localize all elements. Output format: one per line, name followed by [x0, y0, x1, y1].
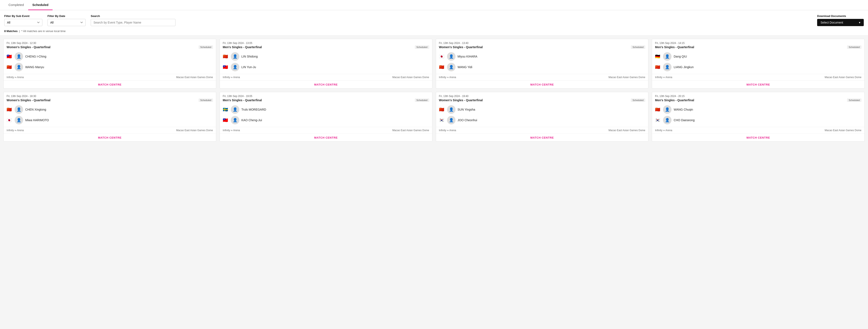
match-centre-button[interactable]: MATCH CENTRE: [98, 136, 121, 139]
venue-name: Infinity ∞ Arena: [439, 129, 456, 132]
match-centre-button[interactable]: MATCH CENTRE: [530, 136, 554, 139]
card-header: Fri, 13th Sep 2024 - 19:05 Men's Singles…: [220, 92, 432, 103]
card-event: Men's Singles - Quarterfinal: [655, 46, 694, 49]
match-centre-button[interactable]: MATCH CENTRE: [530, 83, 554, 86]
player-row: 🇸🇪 👤 Truls MOREGARD: [223, 105, 429, 114]
card-datetime: Fri, 13th Sep 2024 - 20:15: [655, 95, 861, 98]
match-card: Fri, 13th Sep 2024 - 19:05 Men's Singles…: [220, 92, 432, 142]
match-centre-button[interactable]: MATCH CENTRE: [314, 83, 338, 86]
card-title-row: Women's Singles - Quarterfinal Scheduled: [439, 46, 645, 49]
player-name: Miyuu KIHARA: [458, 55, 477, 58]
card-players: 🇨🇳 👤 CHEN Xingtong 🇯🇵 👤 Miwa HARIMOTO: [4, 103, 216, 127]
sub-event-select[interactable]: All: [4, 19, 42, 26]
filters-bar: Filter By Sub Event All Filter By Date A…: [0, 10, 868, 28]
card-title-row: Men's Singles - Quarterfinal Scheduled: [655, 46, 861, 49]
player-flag: 🇯🇵: [439, 54, 445, 59]
card-status: Scheduled: [631, 99, 645, 102]
search-label: Search: [91, 15, 176, 18]
player-avatar: 👤: [231, 116, 239, 125]
date-label: Filter By Date: [48, 15, 86, 18]
tab-scheduled[interactable]: Scheduled: [28, 0, 53, 10]
card-venue: Infinity ∞ Arena Macao East Asian Games …: [4, 74, 216, 80]
player-row: 🇨🇳 👤 SUN Yingsha: [439, 105, 645, 114]
card-venue: Infinity ∞ Arena Macao East Asian Games …: [436, 127, 648, 134]
card-players: 🇸🇪 👤 Truls MOREGARD 🇹🇼 👤 KAO Cheng-Jui: [220, 103, 432, 127]
card-event: Men's Singles - Quarterfinal: [223, 46, 262, 49]
card-title-row: Women's Singles - Quarterfinal Scheduled: [7, 99, 213, 102]
card-header: Fri, 13th Sep 2024 - 18:30 Women's Singl…: [4, 92, 216, 103]
venue-name: Infinity ∞ Arena: [439, 76, 456, 79]
card-footer: MATCH CENTRE: [652, 80, 864, 88]
match-count-note: * All matches are in venue local time: [22, 29, 66, 33]
player-avatar: 👤: [231, 105, 239, 114]
player-avatar: 👤: [14, 116, 23, 125]
match-centre-button[interactable]: MATCH CENTRE: [747, 136, 770, 139]
card-header: Fri, 13th Sep 2024 - 13:05 Men's Singles…: [220, 39, 432, 50]
date-filter: Filter By Date All: [48, 15, 86, 26]
card-datetime: Fri, 13th Sep 2024 - 19:40: [439, 95, 645, 98]
player-name: LIN Shidong: [241, 55, 258, 58]
card-status: Scheduled: [198, 46, 213, 49]
match-count-number: 8 Matches: [4, 29, 18, 33]
player-avatar: 👤: [447, 52, 456, 61]
player-avatar: 👤: [14, 63, 23, 71]
match-card: Fri, 13th Sep 2024 - 13:05 Men's Singles…: [220, 39, 432, 88]
player-row: 🇰🇷 👤 JOO Cheonhui: [439, 116, 645, 125]
card-footer: MATCH CENTRE: [4, 80, 216, 88]
player-row: 🇹🇼 👤 LIN Yun-Ju: [223, 63, 429, 71]
player-name: LIN Yun-Ju: [241, 65, 256, 69]
card-header: Fri, 13th Sep 2024 - 12:30 Women's Singl…: [4, 39, 216, 50]
sub-event-filter: Filter By Sub Event All: [4, 15, 42, 26]
sub-event-label: Filter By Sub Event: [4, 15, 42, 18]
card-title-row: Women's Singles - Quarterfinal Scheduled: [7, 46, 213, 49]
match-card: Fri, 13th Sep 2024 - 13:40 Women's Singl…: [436, 39, 649, 88]
card-title-row: Men's Singles - Quarterfinal Scheduled: [223, 99, 429, 102]
player-flag: 🇨🇳: [655, 65, 661, 69]
venue-name: Infinity ∞ Arena: [223, 76, 240, 79]
player-avatar: 👤: [447, 116, 456, 125]
search-input[interactable]: [91, 19, 176, 26]
match-centre-button[interactable]: MATCH CENTRE: [98, 83, 121, 86]
card-datetime: Fri, 13th Sep 2024 - 18:30: [7, 95, 213, 98]
player-row: 🇩🇪 👤 Dang QIU: [655, 52, 861, 61]
matches-grid: Fri, 13th Sep 2024 - 12:30 Women's Singl…: [0, 35, 868, 145]
match-card: Fri, 13th Sep 2024 - 20:15 Men's Singles…: [652, 92, 865, 142]
card-status: Scheduled: [847, 99, 861, 102]
player-flag: 🇰🇷: [655, 118, 661, 122]
card-status: Scheduled: [198, 99, 213, 102]
player-flag: 🇨🇳: [439, 107, 445, 112]
match-card: Fri, 13th Sep 2024 - 12:30 Women's Singl…: [3, 39, 216, 88]
player-flag: 🇯🇵: [7, 118, 12, 122]
venue-location: Macao East Asian Games Dome: [176, 129, 213, 132]
card-status: Scheduled: [415, 99, 429, 102]
card-datetime: Fri, 13th Sep 2024 - 19:05: [223, 95, 429, 98]
card-footer: MATCH CENTRE: [220, 80, 432, 88]
venue-location: Macao East Asian Games Dome: [609, 76, 645, 79]
card-title-row: Men's Singles - Quarterfinal Scheduled: [223, 46, 429, 49]
match-centre-button[interactable]: MATCH CENTRE: [747, 83, 770, 86]
card-footer: MATCH CENTRE: [436, 80, 648, 88]
venue-location: Macao East Asian Games Dome: [392, 129, 429, 132]
venue-location: Macao East Asian Games Dome: [825, 129, 861, 132]
venue-name: Infinity ∞ Arena: [655, 76, 672, 79]
player-row: 🇨🇳 👤 WANG Manyu: [7, 63, 213, 71]
download-button-label: Select Document: [820, 21, 843, 24]
match-card: Fri, 13th Sep 2024 - 14:15 Men's Singles…: [652, 39, 865, 88]
card-venue: Infinity ∞ Arena Macao East Asian Games …: [652, 74, 864, 80]
player-row: 🇹🇼 👤 KAO Cheng-Jui: [223, 116, 429, 125]
tab-completed[interactable]: Completed: [4, 0, 28, 10]
download-select-button[interactable]: Select Document ▾: [817, 19, 864, 26]
player-name: LIANG Jingkun: [674, 65, 693, 69]
player-name: WANG Yidi: [458, 65, 472, 69]
player-avatar: 👤: [663, 52, 672, 61]
match-centre-button[interactable]: MATCH CENTRE: [314, 136, 338, 139]
date-select[interactable]: All: [48, 19, 86, 26]
match-count-bar: 8 Matches | * All matches are in venue l…: [0, 28, 868, 35]
card-footer: MATCH CENTRE: [436, 134, 648, 141]
player-name: CHO Daeseong: [674, 118, 694, 122]
player-avatar: 👤: [663, 63, 672, 71]
download-label: Download Documents: [817, 15, 864, 18]
card-datetime: Fri, 13th Sep 2024 - 14:15: [655, 42, 861, 45]
tabs-bar: Completed Scheduled: [0, 0, 868, 10]
card-event: Women's Singles - Quarterfinal: [439, 99, 483, 102]
